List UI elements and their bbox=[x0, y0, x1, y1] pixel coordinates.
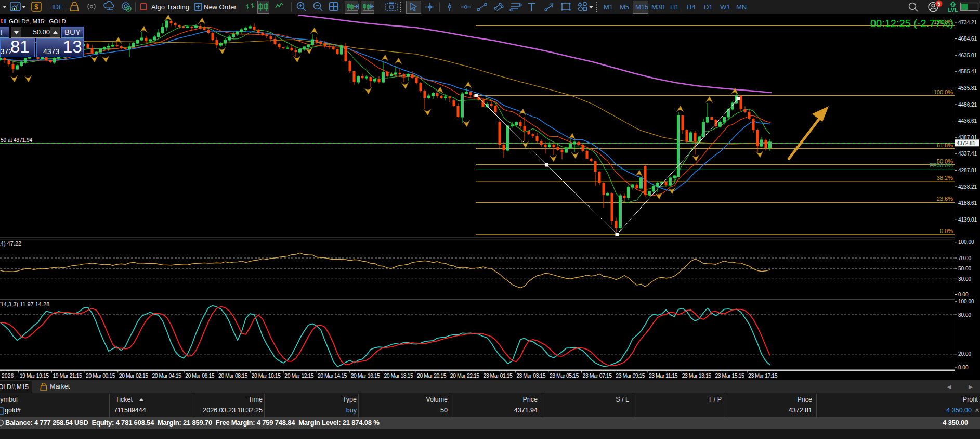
svg-text:00:12:25 (-2.77%): 00:12:25 (-2.77%) bbox=[870, 18, 953, 29]
svg-text:(14) 47.22: (14) 47.22 bbox=[0, 240, 21, 247]
svg-text:5: 5 bbox=[937, 1, 940, 7]
svg-text:23 Mar 13:15: 23 Mar 13:15 bbox=[682, 372, 712, 379]
svg-text:20 Mar 16:15: 20 Mar 16:15 bbox=[351, 372, 381, 379]
svg-text:20 Mar 10:15: 20 Mar 10:15 bbox=[252, 372, 281, 379]
svg-text:70.00: 70.00 bbox=[958, 255, 971, 261]
svg-text:4238.21: 4238.21 bbox=[958, 184, 977, 190]
svg-text:4486.21: 4486.21 bbox=[958, 102, 977, 108]
svg-text:4635.01: 4635.01 bbox=[958, 53, 977, 58]
svg-text:19 Mar 19:15: 19 Mar 19:15 bbox=[20, 372, 49, 379]
svg-text:23 Mar 11:15: 23 Mar 11:15 bbox=[649, 372, 678, 379]
svg-text:23 Mar 03:15: 23 Mar 03:15 bbox=[516, 372, 546, 379]
svg-text:4337.41: 4337.41 bbox=[958, 151, 977, 157]
svg-text:23.6%: 23.6% bbox=[937, 196, 953, 202]
svg-text:20 Mar 06:15: 20 Mar 06:15 bbox=[185, 372, 215, 379]
svg-text:0.00: 0.00 bbox=[958, 292, 969, 298]
svg-text:4372.81: 4372.81 bbox=[957, 140, 976, 146]
svg-text:23 Mar 01:15: 23 Mar 01:15 bbox=[484, 372, 513, 379]
svg-text:LVL: LVL bbox=[948, 7, 958, 13]
svg-text:20 Mar 04:15: 20 Mar 04:15 bbox=[152, 372, 182, 379]
svg-text:20 Mar 18:15: 20 Mar 18:15 bbox=[384, 372, 413, 379]
svg-text:4287.81: 4287.81 bbox=[958, 167, 977, 173]
svg-text:$: $ bbox=[34, 3, 38, 11]
svg-text:4139.01: 4139.01 bbox=[958, 217, 977, 223]
svg-text:20 Mar 00:15: 20 Mar 00:15 bbox=[86, 372, 115, 379]
svg-text:23 Mar 05:15: 23 Mar 05:15 bbox=[550, 372, 579, 379]
svg-text:20 Mar 12:15: 20 Mar 12:15 bbox=[284, 372, 314, 379]
svg-text:0.0%: 0.0% bbox=[940, 228, 953, 234]
svg-text:23 Mar 07:15: 23 Mar 07:15 bbox=[583, 372, 612, 379]
svg-text:30.00: 30.00 bbox=[958, 276, 971, 282]
svg-text:4387.01: 4387.01 bbox=[958, 135, 977, 140]
svg-text:4585.41: 4585.41 bbox=[958, 69, 977, 74]
svg-text:23 Mar 09:15: 23 Mar 09:15 bbox=[616, 372, 645, 379]
svg-text:4684.61: 4684.61 bbox=[958, 36, 977, 42]
svg-text:23 Mar 17:15: 23 Mar 17:15 bbox=[748, 372, 778, 379]
svg-text:20 Mar 22:15: 20 Mar 22:15 bbox=[450, 372, 480, 379]
svg-text:20 Mar 02:15: 20 Mar 02:15 bbox=[119, 372, 149, 379]
svg-text:FE50.0%: FE50.0% bbox=[930, 162, 953, 169]
svg-text:4734.21: 4734.21 bbox=[958, 20, 977, 25]
svg-text:20 Mar 08:15: 20 Mar 08:15 bbox=[218, 372, 248, 379]
svg-text:20 Mar 20:15: 20 Mar 20:15 bbox=[417, 372, 447, 379]
svg-text:0.00: 0.00 bbox=[958, 365, 969, 370]
svg-text:4188.61: 4188.61 bbox=[958, 200, 977, 206]
svg-text:50.00: 50.00 bbox=[958, 266, 971, 272]
svg-text:20 Mar 14:15: 20 Mar 14:15 bbox=[318, 372, 347, 379]
svg-text:100.00: 100.00 bbox=[958, 299, 974, 304]
svg-text:4535.81: 4535.81 bbox=[958, 85, 977, 91]
svg-text:100.00: 100.00 bbox=[958, 239, 974, 245]
svg-text:80.00: 80.00 bbox=[958, 312, 971, 318]
svg-text:(14,3,3) 11.97 14.28: (14,3,3) 11.97 14.28 bbox=[0, 301, 49, 307]
svg-text:23 Mar 15:15: 23 Mar 15:15 bbox=[715, 372, 744, 379]
svg-text:20.00: 20.00 bbox=[958, 351, 971, 357]
svg-text:50 at 4371.94: 50 at 4371.94 bbox=[1, 137, 33, 143]
svg-text:38.2%: 38.2% bbox=[937, 175, 953, 181]
svg-text:100.0%: 100.0% bbox=[934, 89, 953, 95]
svg-text:GOLD#, M15: GOLD: GOLD#, M15: GOLD bbox=[9, 18, 66, 24]
svg-text:19 Mar 21:15: 19 Mar 21:15 bbox=[53, 372, 82, 379]
svg-text:4436.61: 4436.61 bbox=[958, 118, 977, 124]
svg-text:2026: 2026 bbox=[2, 372, 14, 379]
